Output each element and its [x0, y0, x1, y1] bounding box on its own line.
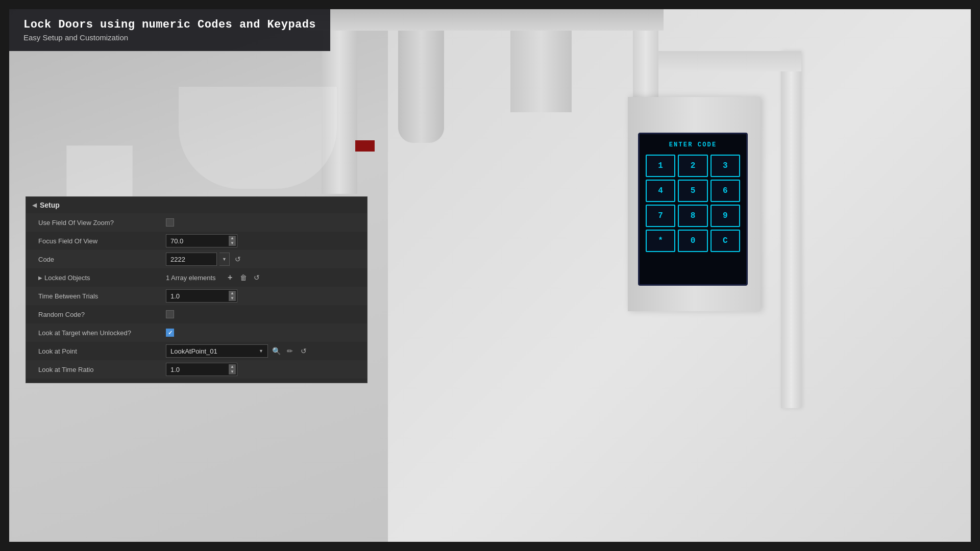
keypad-btn-4[interactable]: 4: [646, 180, 675, 202]
controls-random-code: [166, 310, 359, 318]
array-count-label: 1 Array elements: [166, 274, 216, 282]
array-delete-btn[interactable]: 🗑: [238, 272, 249, 283]
label-fov-zoom: Use Field Of View Zoom?: [38, 219, 166, 227]
input-look-time[interactable]: 1.0 ▲ ▼: [166, 363, 237, 376]
label-look-target: Look at Target when Unlocked?: [38, 329, 166, 337]
array-reset-btn[interactable]: ↺: [251, 272, 262, 283]
look-time-value: 1.0: [170, 366, 180, 373]
input-focus-fov[interactable]: 70.0 ▲ ▼: [166, 234, 237, 247]
time-trials-value: 1.0: [170, 292, 180, 300]
array-icons: + 🗑 ↺: [225, 272, 262, 283]
label-look-point: Look at Point: [38, 347, 166, 355]
setup-title: Setup: [40, 201, 60, 209]
keypad-btn-1[interactable]: 1: [646, 155, 675, 177]
title-panel: Lock Doors using numeric Codes and Keypa…: [9, 9, 330, 51]
label-time-trials: Time Between Trials: [38, 292, 166, 300]
array-add-btn[interactable]: +: [225, 272, 236, 283]
setup-row-look-point: Look at Point LookAtPoint_01 ▼ 🔍 ✏ ↺: [26, 342, 367, 360]
checkbox-random-code[interactable]: [166, 310, 174, 318]
dropdown-look-point-arrow: ▼: [259, 348, 263, 354]
spin-time-trials: ▲ ▼: [229, 291, 236, 301]
controls-focus-fov: 70.0 ▲ ▼: [166, 234, 359, 247]
title-sub: Easy Setup and Customization: [23, 33, 316, 42]
pipe-ceiling-1: [306, 0, 664, 31]
arch-detail-1: [179, 87, 337, 189]
controls-time-trials: 1.0 ▲ ▼: [166, 289, 359, 303]
keypad-btn-2[interactable]: 2: [678, 155, 707, 177]
code-dropdown-arrow[interactable]: ▼: [219, 253, 230, 266]
spin-up-focus-fov[interactable]: ▲: [229, 236, 236, 241]
dropdown-look-point-value: LookAtPoint_01: [170, 347, 217, 355]
controls-look-point: LookAtPoint_01 ▼ 🔍 ✏ ↺: [166, 344, 359, 358]
keypad-btn-0[interactable]: 0: [678, 230, 707, 252]
look-point-edit-btn[interactable]: ✏: [284, 345, 296, 357]
label-locked-objects: ▶ Locked Objects: [38, 274, 166, 282]
keypad-btn-8[interactable]: 8: [678, 205, 707, 227]
controls-look-target: [166, 329, 359, 337]
dropdown-look-point[interactable]: LookAtPoint_01 ▼: [166, 344, 268, 358]
spin-up-look-time[interactable]: ▲: [229, 364, 236, 369]
label-look-time: Look at Time Ratio: [38, 366, 166, 373]
setup-panel: ◀ Setup Use Field Of View Zoom? Focus Fi…: [26, 196, 368, 383]
keypad-grid: 123456789*0C: [646, 155, 740, 252]
keypad-btn-*[interactable]: *: [646, 230, 675, 252]
code-value: 2222: [170, 256, 185, 263]
spin-down-time-trials[interactable]: ▼: [229, 296, 236, 301]
keypad-panel: ENTER CODE 123456789*0C: [638, 133, 748, 286]
spin-up-time-trials[interactable]: ▲: [229, 291, 236, 296]
setup-row-look-time: Look at Time Ratio 1.0 ▲ ▼: [26, 360, 367, 379]
focus-fov-value: 70.0: [170, 237, 183, 245]
spin-down-look-time[interactable]: ▼: [229, 369, 236, 374]
title-main: Lock Doors using numeric Codes and Keypa…: [23, 18, 316, 31]
spin-focus-fov: ▲ ▼: [229, 236, 236, 246]
controls-fov-zoom: [166, 218, 359, 227]
label-focus-fov: Focus Field Of View: [38, 237, 166, 245]
checkbox-look-target[interactable]: [166, 329, 174, 337]
spin-down-focus-fov[interactable]: ▼: [229, 241, 236, 246]
keypad-btn-C[interactable]: C: [710, 230, 740, 252]
door-frame-top: [658, 51, 801, 71]
setup-row-code: Code 2222 ▼ ↺: [26, 250, 367, 268]
setup-collapse-arrow: ◀: [32, 202, 37, 209]
keypad-btn-7[interactable]: 7: [646, 205, 675, 227]
keypad-btn-9[interactable]: 9: [710, 205, 740, 227]
code-reset-btn[interactable]: ↺: [232, 254, 243, 265]
setup-row-focus-fov: Focus Field Of View 70.0 ▲ ▼: [26, 232, 367, 250]
setup-row-fov-zoom: Use Field Of View Zoom?: [26, 213, 367, 232]
label-code: Code: [38, 256, 166, 263]
viewport: ENTER CODE 123456789*0C Lock Doors using…: [0, 0, 980, 551]
input-time-trials[interactable]: 1.0 ▲ ▼: [166, 289, 237, 303]
setup-row-random-code: Random Code?: [26, 305, 367, 323]
look-point-search-btn[interactable]: 🔍: [271, 345, 282, 357]
keypad-btn-6[interactable]: 6: [710, 180, 740, 202]
keypad-title: ENTER CODE: [669, 141, 717, 148]
keypad-btn-3[interactable]: 3: [710, 155, 740, 177]
setup-row-look-target: Look at Target when Unlocked?: [26, 323, 367, 342]
setup-row-time-trials: Time Between Trials 1.0 ▲ ▼: [26, 287, 367, 305]
input-code[interactable]: 2222: [166, 253, 217, 266]
red-indicator: [355, 140, 375, 152]
setup-row-locked-objects: ▶ Locked Objects 1 Array elements + 🗑 ↺: [26, 268, 367, 287]
locked-objects-collapse[interactable]: ▶: [38, 275, 42, 281]
look-point-reset-btn[interactable]: ↺: [298, 345, 309, 357]
door-frame: [781, 51, 801, 408]
checkbox-fov-zoom[interactable]: [166, 218, 174, 227]
controls-locked-objects: 1 Array elements + 🗑 ↺: [166, 272, 359, 283]
controls-look-time: 1.0 ▲ ▼: [166, 363, 359, 376]
setup-header[interactable]: ◀ Setup: [26, 197, 367, 213]
spin-look-time: ▲ ▼: [229, 364, 236, 374]
keypad-btn-5[interactable]: 5: [678, 180, 707, 202]
controls-code: 2222 ▼ ↺: [166, 253, 359, 266]
label-random-code: Random Code?: [38, 311, 166, 318]
